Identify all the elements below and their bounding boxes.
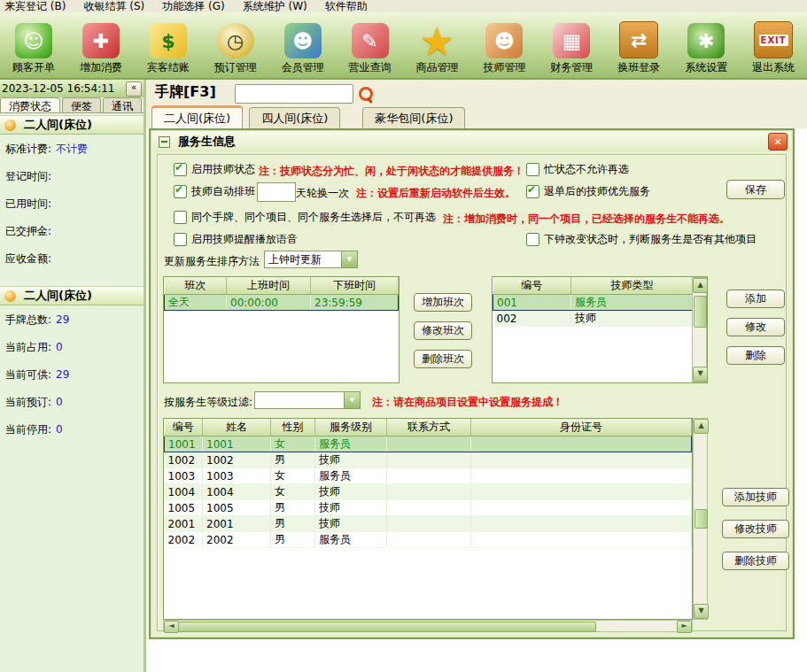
shift-action-button[interactable]: 增加班次	[414, 293, 472, 312]
field-label: 应收金额:	[5, 251, 51, 266]
scrollbar-thumb[interactable]	[178, 622, 596, 632]
field-value: 29	[56, 313, 69, 326]
field-value: 0	[56, 341, 63, 353]
scrollbar-thumb[interactable]	[694, 296, 707, 328]
status-field: 登记时间:	[5, 169, 144, 184]
chevron-down-icon[interactable]	[344, 392, 360, 408]
room-tab[interactable]: 豪华包间(床位)	[362, 107, 465, 128]
shift-action-button[interactable]: 修改班次	[414, 321, 472, 340]
table-row[interactable]: 20022002男 服务员	[165, 532, 692, 548]
toolbar-button[interactable]: ✚ 增加消费	[67, 12, 135, 78]
staff-info-dialog: 服务生信息 ✕ 启用技师状态 注：技师状态分为忙、闲，处于闲状态的才能提供服务！…	[149, 128, 795, 639]
sidebar-tab[interactable]: 消费状态	[0, 97, 60, 112]
save-button[interactable]: 保存	[726, 180, 785, 199]
toolbar-button-label: 预订管理	[214, 60, 257, 75]
table-row[interactable]: 10041004女 技师	[165, 484, 692, 500]
column-header: 姓名	[203, 419, 271, 436]
toolbar-button[interactable]: ☻ 技师管理	[470, 12, 538, 78]
voice-remind-label: 启用技师提醒播放语音	[191, 232, 298, 247]
same-tag-note: 注：增加消费时，同一个项目，已经选择的服务生不能再选。	[443, 212, 730, 227]
status-field: 标准计费: 不计费	[5, 142, 144, 157]
table-row[interactable]: 全天00:00:0023:59:59	[165, 295, 399, 311]
scroll-right-icon[interactable]	[677, 621, 692, 633]
type-action-button[interactable]: 删除	[726, 346, 785, 365]
sort-method-select[interactable]: 上钟时更新	[264, 251, 358, 268]
field-label: 当前停用:	[5, 422, 51, 437]
table-row[interactable]: 10031003女 服务员	[165, 468, 692, 484]
room-summary-section: 二人间(床位) 手牌总数: 29 当前占用: 0 当前可供: 29 当前预订: …	[0, 286, 144, 437]
scroll-up-icon[interactable]	[694, 419, 709, 434]
section-header: 二人间(床位)	[0, 115, 144, 135]
filter-select[interactable]	[254, 391, 361, 409]
room-tab[interactable]: 二人间(床位)	[151, 105, 243, 128]
toolbar-button[interactable]: ✎ 营业查询	[337, 12, 404, 78]
type-table-scrollbar[interactable]	[692, 277, 707, 382]
refund-priority-checkbox[interactable]	[526, 185, 539, 198]
scrollbar-thumb[interactable]	[694, 509, 708, 529]
type-action-button[interactable]: 添加	[726, 290, 785, 308]
status-field: 已交押金:	[5, 224, 144, 239]
sidebar-tab[interactable]: 通讯	[103, 97, 142, 112]
business-query-icon: ✎	[352, 23, 389, 58]
technician-icon: ☻	[485, 23, 523, 58]
table-row[interactable]: 002技师	[493, 311, 694, 327]
enable-status-label: 启用技师状态	[191, 162, 255, 177]
filter-label: 按服务生等级过滤:	[164, 395, 252, 410]
toolbar-button[interactable]: ★ 商品管理	[404, 12, 471, 78]
shift-login-icon: ⇄	[619, 21, 658, 58]
field-label: 标准计费:	[5, 142, 51, 157]
staff-action-button[interactable]: 修改技师	[722, 520, 789, 538]
table-row[interactable]: 001服务员	[493, 295, 694, 311]
voice-remind-checkbox[interactable]	[174, 233, 187, 246]
table-row[interactable]: 10021002男 技师	[165, 452, 692, 468]
sidebar-tab[interactable]: 便签	[62, 97, 101, 112]
scroll-up-icon[interactable]	[693, 278, 708, 293]
menu-bar: 来宾登记 (B)收银结算 (S)功能选择 (G)系统维护 (W)软件帮助	[0, 0, 807, 12]
summary-field: 手牌总数: 29	[5, 313, 144, 328]
sidebar-tabs: 消费状态便签通讯	[0, 97, 144, 113]
scroll-down-icon[interactable]	[694, 604, 709, 619]
table-row[interactable]: 20012001男 技师	[165, 516, 692, 532]
staff-table-vscrollbar[interactable]	[693, 418, 708, 620]
auto-shift-days-input[interactable]	[257, 182, 296, 202]
scroll-left-icon[interactable]	[164, 621, 179, 633]
room-tab[interactable]: 四人间(床位)	[249, 107, 340, 128]
off-clock-check-checkbox[interactable]	[526, 233, 539, 246]
table-row[interactable]: 10051005男 技师	[165, 500, 692, 516]
off-clock-check-label: 下钟改变状态时，判断服务生是否有其他项目	[544, 232, 757, 247]
collapse-sidebar-button[interactable]: «	[126, 81, 142, 97]
summary-field: 当前预订: 0	[5, 395, 144, 410]
table-row[interactable]: 10011001女 服务员	[165, 436, 692, 452]
dialog-icon	[159, 136, 170, 148]
toolbar-button[interactable]: ◷ 预订管理	[202, 12, 269, 78]
field-label: 已交押金:	[5, 224, 51, 239]
same-tag-checkbox[interactable]	[174, 211, 187, 224]
hand-tag-input[interactable]	[235, 84, 353, 104]
chevron-down-icon[interactable]	[341, 251, 357, 267]
field-label: 当前占用:	[5, 340, 51, 355]
scroll-down-icon[interactable]	[693, 367, 708, 382]
type-action-button[interactable]: 修改	[726, 318, 785, 336]
sort-method-label: 更新服务生排序方法	[164, 254, 260, 269]
close-icon[interactable]: ✕	[768, 133, 788, 151]
shift-action-button[interactable]: 删除班次	[414, 350, 472, 368]
toolbar-button[interactable]: ⇄ 换班登录	[605, 12, 672, 78]
staff-action-button[interactable]: 删除技师	[722, 552, 789, 570]
auto-shift-checkbox[interactable]	[174, 185, 187, 198]
busy-no-reselect-checkbox[interactable]	[526, 163, 539, 176]
field-value: 不计费	[56, 142, 88, 157]
same-tag-label: 同个手牌、同个项目、同个服务生选择后，不可再选	[191, 210, 436, 225]
section-header: 二人间(床位)	[0, 286, 144, 305]
search-icon[interactable]	[359, 87, 373, 101]
staff-action-button[interactable]: 添加技师	[722, 488, 789, 506]
toolbar-button[interactable]: EXIT 退出系统	[740, 12, 807, 78]
reservation-icon: ◷	[217, 23, 254, 58]
toolbar-button[interactable]: ✱ 系统设置	[672, 12, 740, 78]
staff-table-hscrollbar[interactable]	[163, 620, 693, 632]
enable-status-checkbox[interactable]	[174, 163, 187, 176]
toolbar-button[interactable]: ☺ 顾客开单	[0, 12, 67, 78]
toolbar-button[interactable]: ▦ 财务管理	[538, 12, 605, 78]
toolbar-button[interactable]: ☻ 会员管理	[269, 12, 337, 78]
summary-field: 当前占用: 0	[5, 340, 144, 355]
toolbar-button[interactable]: $ 宾客结账	[135, 12, 202, 78]
